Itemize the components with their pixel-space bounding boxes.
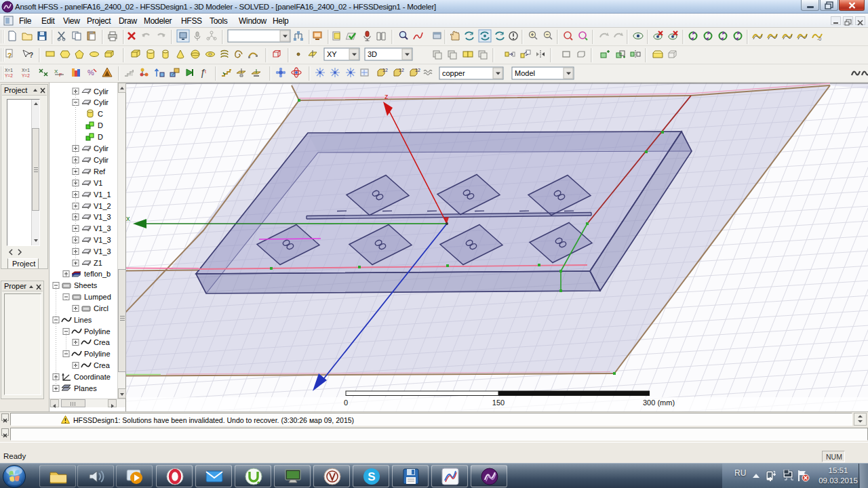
svg-text:12: 12: [415, 68, 420, 73]
svg-text:Y=2: Y=2: [22, 73, 30, 78]
svg-text:C: C: [98, 110, 103, 118]
svg-text:Cylir: Cylir: [94, 98, 108, 106]
svg-text:Z1: Z1: [94, 259, 102, 267]
svg-text:Coordinate: Coordinate: [74, 373, 111, 381]
svg-text:Ref: Ref: [94, 167, 106, 176]
svg-text:Polyline: Polyline: [84, 327, 111, 336]
svg-text:Cylir: Cylir: [94, 156, 108, 164]
svg-text:Crea: Crea: [94, 338, 111, 346]
svg-text:S: S: [368, 470, 375, 483]
svg-text:Polyline: Polyline: [84, 350, 111, 358]
svg-text:V1_3: V1_3: [94, 236, 111, 244]
svg-text:%: %: [87, 68, 94, 77]
svg-text:12: 12: [382, 68, 388, 73]
svg-text:copper: copper: [442, 69, 465, 77]
svg-text:Crea: Crea: [94, 361, 111, 369]
svg-text:V1_2: V1_2: [94, 202, 111, 210]
svg-text:V1_3: V1_3: [94, 224, 111, 232]
svg-text:150: 150: [492, 399, 505, 407]
svg-text:D: D: [98, 121, 103, 129]
svg-text:teflon_b: teflon_b: [84, 270, 111, 278]
svg-text:?: ?: [7, 52, 12, 60]
svg-text:Planes: Planes: [74, 384, 97, 392]
svg-text:X=1: X=1: [22, 68, 30, 73]
svg-text:D: D: [98, 133, 103, 141]
svg-text:3D: 3D: [368, 50, 377, 58]
svg-text:300 (mm): 300 (mm): [643, 399, 675, 407]
svg-text:t: t: [205, 69, 206, 74]
svg-text:?: ?: [29, 52, 33, 59]
svg-text:V1_3: V1_3: [94, 247, 111, 256]
svg-text:12: 12: [399, 68, 404, 73]
svg-text:Cylir: Cylir: [94, 144, 108, 152]
svg-text:z: z: [384, 92, 389, 100]
svg-text:Sheets: Sheets: [74, 281, 98, 289]
svg-text:-0: -0: [817, 37, 821, 41]
svg-text:Cylir: Cylir: [94, 87, 108, 96]
svg-text:X: X: [54, 68, 58, 75]
svg-text:Y=2: Y=2: [5, 73, 13, 78]
svg-text:V1: V1: [94, 179, 102, 187]
svg-text:x: x: [126, 214, 130, 222]
svg-text:Model: Model: [515, 69, 535, 77]
svg-text:Lumped: Lumped: [84, 293, 111, 301]
svg-text:V1_3: V1_3: [94, 213, 111, 221]
svg-text:Circl: Circl: [94, 304, 108, 312]
svg-text:Lines: Lines: [74, 316, 92, 324]
svg-text:X=1: X=1: [5, 68, 13, 73]
svg-text:XY: XY: [327, 50, 337, 58]
svg-text:V1_1: V1_1: [94, 190, 111, 199]
svg-text:0: 0: [344, 399, 348, 407]
